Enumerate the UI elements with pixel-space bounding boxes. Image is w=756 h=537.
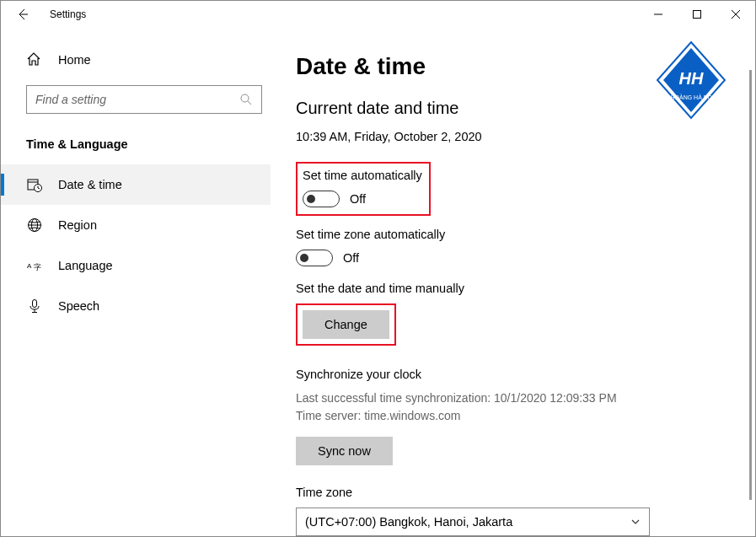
window-controls	[639, 1, 755, 28]
sidebar-item-language[interactable]: A字 Language	[1, 245, 271, 286]
highlight-set-time-auto: Set time automatically Off	[296, 162, 431, 216]
arrow-left-icon	[16, 8, 29, 21]
home-link[interactable]: Home	[1, 43, 271, 77]
timezone-value: (UTC+07:00) Bangkok, Hanoi, Jakarta	[305, 515, 512, 529]
globe-icon	[26, 217, 43, 234]
main-content: HH HOÀNG HÀ PC Date & time Current date …	[271, 28, 755, 536]
set-tz-auto-state: Off	[343, 251, 359, 265]
svg-text:HH: HH	[679, 69, 704, 88]
timezone-select[interactable]: (UTC+07:00) Bangkok, Hanoi, Jakarta	[296, 507, 650, 536]
manual-label: Set the date and time manually	[296, 282, 738, 295]
brand-logo: HH HOÀNG HÀ PC	[649, 38, 733, 122]
sync-now-button[interactable]: Sync now	[296, 437, 393, 465]
svg-rect-1	[694, 11, 701, 19]
highlight-change-button: Change	[296, 303, 396, 346]
search-box[interactable]	[26, 85, 262, 114]
sidebar-item-label: Region	[58, 218, 97, 232]
set-time-auto-label: Set time automatically	[303, 169, 422, 182]
timezone-label: Time zone	[296, 486, 738, 499]
language-icon: A字	[26, 257, 43, 274]
home-icon	[26, 51, 43, 68]
microphone-icon	[26, 298, 43, 314]
sidebar: Home Time & Language Date & time	[1, 28, 271, 536]
current-datetime: 10:39 AM, Friday, October 2, 2020	[296, 130, 738, 143]
svg-rect-16	[33, 300, 37, 308]
set-tz-auto-label: Set time zone automatically	[296, 228, 738, 241]
calendar-clock-icon	[26, 176, 43, 193]
sidebar-item-label: Date & time	[58, 178, 122, 191]
svg-text:字: 字	[34, 263, 41, 271]
close-icon	[732, 10, 740, 19]
sidebar-item-label: Language	[58, 259, 113, 272]
maximize-icon	[693, 10, 701, 19]
home-label: Home	[58, 53, 91, 67]
sidebar-item-speech[interactable]: Speech	[1, 286, 271, 326]
svg-point-4	[241, 94, 249, 102]
set-tz-auto-toggle[interactable]	[296, 250, 333, 266]
search-icon	[239, 93, 253, 106]
sidebar-item-region[interactable]: Region	[1, 205, 271, 245]
window-title: Settings	[50, 8, 86, 20]
sync-server: Time server: time.windows.com	[296, 407, 738, 425]
sync-label: Synchronize your clock	[296, 368, 738, 381]
set-time-auto-toggle[interactable]	[303, 191, 340, 207]
svg-text:A: A	[27, 262, 32, 270]
search-input[interactable]	[35, 93, 239, 106]
scrollbar[interactable]	[749, 70, 752, 500]
svg-text:HOÀNG HÀ PC: HOÀNG HÀ PC	[670, 94, 711, 100]
sidebar-item-date-time[interactable]: Date & time	[1, 164, 271, 205]
category-title: Time & Language	[1, 114, 271, 164]
maximize-button[interactable]	[678, 1, 716, 28]
back-button[interactable]	[13, 4, 33, 24]
svg-line-5	[248, 101, 251, 105]
chevron-down-icon	[630, 517, 641, 527]
minimize-button[interactable]	[639, 1, 678, 28]
set-time-auto-state: Off	[350, 192, 366, 206]
minimize-icon	[654, 10, 662, 19]
change-button[interactable]: Change	[303, 310, 389, 339]
sync-last: Last successful time synchronization: 10…	[296, 389, 738, 407]
titlebar: Settings	[1, 1, 755, 28]
sidebar-item-label: Speech	[58, 299, 99, 313]
close-button[interactable]	[716, 1, 755, 28]
